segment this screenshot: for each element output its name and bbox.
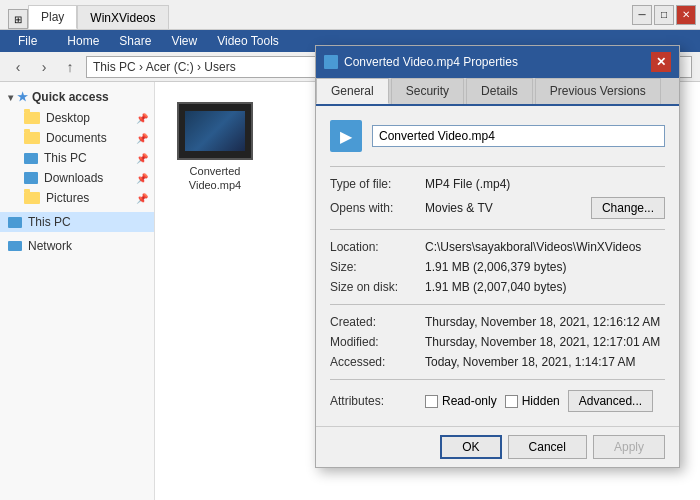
readonly-checkbox[interactable] [425,395,438,408]
readonly-label: Read-only [442,394,497,408]
dialog-body: ▶ Type of file: MP4 File (.mp4) Opens wi… [316,106,679,426]
created-label: Created: [330,315,425,329]
accessed-row: Accessed: Today, November 18, 2021, 1:14… [330,355,665,369]
tab-general[interactable]: General [316,78,389,104]
separator-3 [330,304,665,305]
opens-with-value: Movies & TV [425,201,591,215]
tab-details[interactable]: Details [466,78,533,104]
opens-with-label: Opens with: [330,201,425,215]
attributes-row: Attributes: Read-only Hidden Advanced... [330,390,665,412]
change-button[interactable]: Change... [591,197,665,219]
location-value: C:\Users\sayakboral\Videos\WinXVideos [425,240,665,254]
dialog-titlebar: Converted Video.mp4 Properties ✕ [316,46,679,78]
tab-security[interactable]: Security [391,78,464,104]
dates-section: Created: Thursday, November 18, 2021, 12… [330,315,665,369]
size-row: Size: 1.91 MB (2,006,379 bytes) [330,260,665,274]
opens-with-row: Opens with: Movies & TV Change... [330,197,665,219]
file-type-icon: ▶ [330,120,362,152]
properties-dialog: Converted Video.mp4 Properties ✕ General… [315,45,680,468]
advanced-button[interactable]: Advanced... [568,390,653,412]
created-row: Created: Thursday, November 18, 2021, 12… [330,315,665,329]
size-label: Size: [330,260,425,274]
dialog-title: Converted Video.mp4 Properties [344,55,518,69]
hidden-label: Hidden [522,394,560,408]
dialog-titlebar-left: Converted Video.mp4 Properties [324,55,518,69]
modified-row: Modified: Thursday, November 18, 2021, 1… [330,335,665,349]
type-of-file-label: Type of file: [330,177,425,191]
dialog-file-icon [324,55,338,69]
location-label: Location: [330,240,425,254]
readonly-option[interactable]: Read-only [425,394,497,408]
dialog-tabs: General Security Details Previous Versio… [316,78,679,106]
type-of-file-row: Type of file: MP4 File (.mp4) [330,177,665,191]
type-of-file-value: MP4 File (.mp4) [425,177,665,191]
cancel-button[interactable]: Cancel [508,435,587,459]
separator-4 [330,379,665,380]
separator-2 [330,229,665,230]
accessed-label: Accessed: [330,355,425,369]
modified-value: Thursday, November 18, 2021, 12:17:01 AM [425,335,665,349]
hidden-checkbox[interactable] [505,395,518,408]
location-row: Location: C:\Users\sayakboral\Videos\Win… [330,240,665,254]
file-header-row: ▶ [330,120,665,152]
filename-input[interactable] [372,125,665,147]
tab-previous-versions[interactable]: Previous Versions [535,78,661,104]
accessed-value: Today, November 18, 2021, 1:14:17 AM [425,355,665,369]
size-on-disk-value: 1.91 MB (2,007,040 bytes) [425,280,665,294]
attr-options: Read-only Hidden Advanced... [425,390,665,412]
hidden-option[interactable]: Hidden [505,394,560,408]
size-on-disk-row: Size on disk: 1.91 MB (2,007,040 bytes) [330,280,665,294]
separator-1 [330,166,665,167]
dialog-overlay: Converted Video.mp4 Properties ✕ General… [0,0,700,500]
size-value: 1.91 MB (2,006,379 bytes) [425,260,665,274]
attributes-label: Attributes: [330,394,425,408]
modified-label: Modified: [330,335,425,349]
size-on-disk-label: Size on disk: [330,280,425,294]
dialog-footer: OK Cancel Apply [316,426,679,467]
apply-button[interactable]: Apply [593,435,665,459]
created-value: Thursday, November 18, 2021, 12:16:12 AM [425,315,665,329]
ok-button[interactable]: OK [440,435,501,459]
dialog-close-button[interactable]: ✕ [651,52,671,72]
